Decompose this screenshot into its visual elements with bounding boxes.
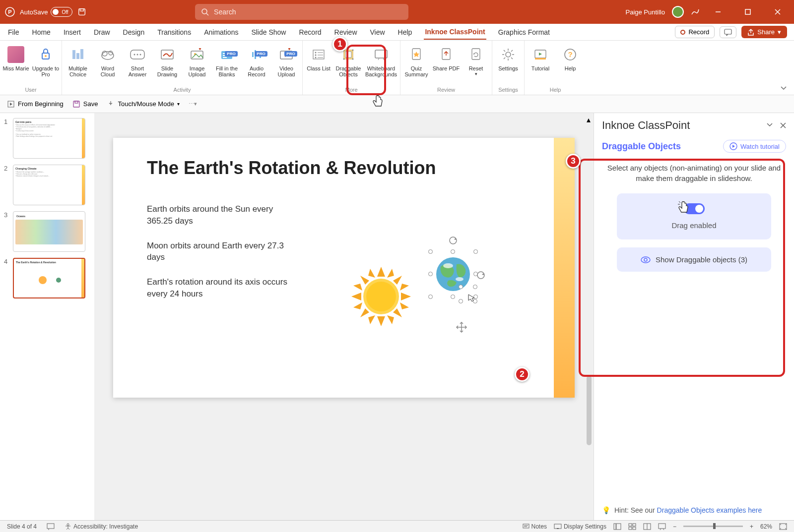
ribbon-upgrade-pro[interactable]: Upgrade to Pro <box>32 44 60 86</box>
close-button[interactable] <box>766 2 789 22</box>
svg-rect-117 <box>554 524 561 529</box>
slide-text-1[interactable]: Earth orbits around the Sun every 365.25… <box>147 203 291 227</box>
ribbon-quiz-summary[interactable]: Quiz Summary <box>402 44 430 86</box>
tab-home[interactable]: Home <box>31 25 52 39</box>
scroll-up-icon[interactable]: ▴ <box>587 115 591 124</box>
slide-canvas-area[interactable]: ▴ The Earth's Rotation & Revolution Eart… <box>94 113 594 520</box>
touch-mode-button[interactable]: Touch/Mouse Mode ▾ <box>107 100 179 108</box>
zoom-out-button[interactable]: − <box>673 523 676 530</box>
ribbon-class-list[interactable]: Class List <box>305 44 332 86</box>
save-button[interactable]: Save <box>72 100 98 108</box>
ribbon-share-pdf[interactable]: Share PDF <box>432 44 460 86</box>
ribbon-fill-blanks[interactable]: PROFill in the Blanks <box>213 44 241 86</box>
chevron-down-icon[interactable] <box>766 122 773 128</box>
thumbnail-3[interactable]: Oceans <box>13 211 85 252</box>
svg-rect-74 <box>75 101 78 103</box>
tab-slideshow[interactable]: Slide Show <box>250 25 287 39</box>
thumbnail-2[interactable]: Changing Climate• Observe the average we… <box>13 165 85 205</box>
watch-tutorial-button[interactable]: Watch tutorial <box>723 140 786 153</box>
rotate-handle-icon[interactable] <box>449 236 458 245</box>
zoom-slider[interactable] <box>683 526 743 527</box>
thumbnail-1[interactable]: Get into pairs• Discuss the causes & eff… <box>13 118 85 159</box>
callout-1: 1 <box>332 37 347 52</box>
from-beginning-button[interactable]: From Beginning <box>7 100 64 108</box>
svg-point-41 <box>315 57 317 59</box>
search-input[interactable]: Search <box>195 4 408 20</box>
comment-button[interactable] <box>720 26 736 38</box>
slideshow-view-icon[interactable] <box>658 523 666 530</box>
ribbon-whiteboard[interactable]: Whiteboard Backgrounds <box>364 44 398 86</box>
secondary-selection[interactable] <box>461 287 475 301</box>
tab-file[interactable]: File <box>7 25 20 39</box>
eye-icon <box>641 256 651 263</box>
svg-marker-80 <box>393 276 402 285</box>
ribbon-group-more: Class List Draggable Objects Whiteboard … <box>303 41 400 95</box>
thumbnail-4[interactable]: The Earth's Rotation & Revolution <box>13 258 85 298</box>
svg-rect-111 <box>47 524 54 529</box>
spellcheck-icon[interactable] <box>47 523 55 530</box>
slide-counter[interactable]: Slide 4 of 4 <box>7 523 37 530</box>
user-avatar[interactable] <box>672 6 684 18</box>
tab-inknoe-classpoint[interactable]: Inknoe ClassPoint <box>424 25 486 40</box>
ribbon-help[interactable]: ?Help <box>556 44 584 86</box>
display-settings-button[interactable]: Display Settings <box>554 523 606 530</box>
ribbon-video-upload[interactable]: PROVideo Upload <box>272 44 300 86</box>
ribbon-image-upload[interactable]: Image Upload <box>183 44 211 86</box>
slide[interactable]: The Earth's Rotation & Revolution Earth … <box>113 138 575 398</box>
ribbon-short-answer[interactable]: Short Answer <box>124 44 151 86</box>
ribbon-multiple-choice[interactable]: Multiple Choice <box>64 44 92 86</box>
ribbon-audio-record[interactable]: PROAudio Record <box>243 44 270 86</box>
vertical-scrollbar[interactable] <box>587 376 592 445</box>
reading-view-icon[interactable] <box>643 523 651 530</box>
tab-help[interactable]: Help <box>397 25 413 39</box>
fit-to-window-icon[interactable] <box>779 523 787 530</box>
autosave-toggle[interactable]: Off <box>51 7 72 17</box>
save-icon[interactable] <box>77 7 86 16</box>
quickbar-overflow-icon[interactable]: ⋯▾ <box>189 101 197 107</box>
display-icon <box>554 524 562 530</box>
ribbon-reset[interactable]: Reset▾ <box>462 44 490 86</box>
tab-insert[interactable]: Insert <box>63 25 82 39</box>
tab-record[interactable]: Record <box>298 25 322 39</box>
zoom-level[interactable]: 62% <box>760 523 772 530</box>
share-button[interactable]: Share▾ <box>741 26 787 38</box>
svg-marker-85 <box>353 284 362 291</box>
slide-title[interactable]: The Earth's Rotation & Revolution <box>113 138 575 178</box>
ribbon-group-settings: Settings Settings <box>492 41 525 95</box>
maximize-button[interactable] <box>736 2 759 22</box>
ribbon-tutorial[interactable]: Tutorial <box>527 44 554 86</box>
svg-rect-13 <box>72 50 75 59</box>
minimize-button[interactable] <box>707 2 729 22</box>
close-icon[interactable] <box>780 122 786 128</box>
sorter-view-icon[interactable] <box>628 523 636 530</box>
slide-text-2[interactable]: Moon orbits around Earth every 27.3 days <box>147 240 291 264</box>
refresh-icon[interactable] <box>476 271 485 280</box>
ribbon-slide-drawing[interactable]: Slide Drawing <box>153 44 181 86</box>
tab-draw[interactable]: Draw <box>93 25 111 39</box>
sun-graphic[interactable] <box>351 267 411 326</box>
ribbon-miss-marie[interactable]: Miss Marie <box>2 44 30 86</box>
touch-icon <box>107 100 115 108</box>
accessibility-button[interactable]: Accessibility: Investigate <box>65 523 138 530</box>
callout-2: 2 <box>515 367 529 382</box>
tab-design[interactable]: Design <box>122 25 146 39</box>
tab-view[interactable]: View <box>369 25 386 39</box>
tab-graphics-format[interactable]: Graphics Format <box>497 25 551 39</box>
ribbon-settings[interactable]: Settings <box>494 44 522 86</box>
ribbon-collapse-icon[interactable] <box>780 86 787 91</box>
ribbon-group-activity: Multiple Choice Word Cloud Short Answer … <box>62 41 303 95</box>
record-button[interactable]: Record <box>675 26 715 38</box>
tab-animations[interactable]: Animations <box>203 25 239 39</box>
user-name[interactable]: Paige Puntillo <box>625 8 665 16</box>
zoom-in-button[interactable]: + <box>750 523 753 530</box>
svg-point-39 <box>315 55 317 56</box>
show-draggable-button[interactable]: Show Draggable objects (3) <box>617 247 771 272</box>
svg-point-110 <box>644 258 647 261</box>
slide-text-3[interactable]: Earth's rotation around its axis occurs … <box>147 276 291 300</box>
notes-button[interactable]: Notes <box>523 523 547 530</box>
normal-view-icon[interactable] <box>613 523 621 530</box>
ink-icon[interactable] <box>691 7 700 16</box>
ribbon-word-cloud[interactable]: Word Cloud <box>94 44 122 86</box>
hint-link[interactable]: Draggable Objects examples here <box>657 506 762 514</box>
tab-transitions[interactable]: Transitions <box>156 25 192 39</box>
